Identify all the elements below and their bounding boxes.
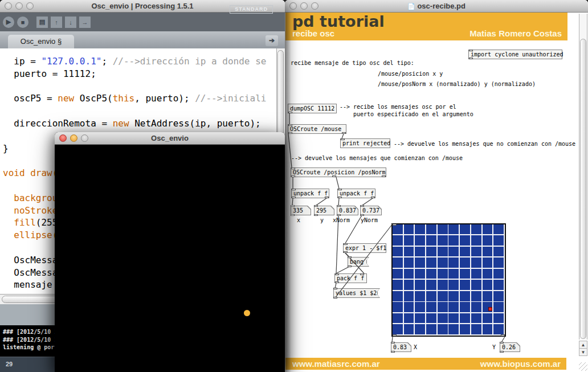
- pd-comment-comment-recibe-tipo: recibe mensaje de tipo osc del tipo:: [291, 59, 414, 67]
- run-button[interactable]: ▶: [3, 17, 14, 28]
- inlet-nub: [348, 256, 352, 258]
- outlet-nub: [291, 214, 295, 216]
- pd-message-values[interactable]: values $1 $2: [333, 288, 380, 298]
- pd-object-unpack-posnorm[interactable]: unpack f f: [337, 189, 375, 198]
- inlet-nub: [469, 50, 473, 51]
- sketch-titlebar[interactable]: Osc_envio: [55, 132, 285, 145]
- tab-osc-envio[interactable]: Osc_envio §: [8, 35, 74, 48]
- pd-canvas: import cyclone unauthorizedrecibe mensaj…: [285, 0, 588, 372]
- pd-object-unpack-posicion[interactable]: unpack f f: [291, 189, 329, 198]
- pd-object-oscroute-mouse[interactable]: OSCroute /mouse: [288, 124, 346, 134]
- save-button[interactable]: ↓: [65, 17, 76, 28]
- pd-atom-number-x[interactable]: 335: [291, 206, 311, 215]
- line-number: 29: [6, 361, 13, 367]
- inlet-nub: [360, 205, 364, 207]
- inlet-nub: [291, 167, 295, 169]
- outlet-nub: [333, 297, 337, 299]
- pd-comment-label-y: y: [320, 216, 324, 224]
- stop-icon: ■: [21, 19, 25, 26]
- sketch-canvas: [55, 145, 285, 372]
- inlet-nub: [341, 138, 345, 140]
- pd-comment-comment-posnorm: /mouse/posNorm x (normalizado) y (normal…: [378, 80, 536, 88]
- outlet-nub: [360, 214, 364, 216]
- inlet-nub: [393, 224, 397, 226]
- tab-menu-arrow-icon[interactable]: ➔: [266, 35, 278, 46]
- pd-atom-number-grid-y[interactable]: 0.26: [500, 342, 520, 352]
- inlet-nub: [333, 288, 337, 289]
- pd-atom-number-y[interactable]: 295: [314, 206, 334, 215]
- pd-object-import-cyclone[interactable]: import cyclone unauthorized: [468, 50, 562, 59]
- pd-comment-label-grid-y: Y: [492, 344, 496, 351]
- outlet-nub: [344, 251, 348, 253]
- inlet-nub: [314, 205, 318, 207]
- pd-message-bang[interactable]: bang: [348, 257, 369, 267]
- pd-comment-label-xnorm: xNorm: [333, 216, 350, 224]
- pd-comment-comment-rejected: --> devuelve los mensajes que no comienz…: [394, 140, 575, 148]
- outlet-nub: [382, 175, 386, 177]
- outlet-nub: [332, 175, 336, 177]
- inlet-nub: [337, 205, 341, 207]
- pd-comment-label-grid-x: X: [414, 344, 417, 351]
- stop-button[interactable]: ■: [17, 17, 28, 28]
- inlet-nub: [292, 189, 296, 190]
- new-icon: ▤: [39, 18, 45, 26]
- code-line: ip = "127.0.0.1"; //-->dirección ip a do…: [3, 55, 266, 68]
- desktop: 📄 osc-recibe.pd pd tutorial recibe osc M…: [0, 0, 588, 372]
- save-icon: ↓: [69, 19, 72, 26]
- pd-atom-number-ynorm[interactable]: 0.737: [360, 206, 382, 215]
- export-button[interactable]: →: [79, 17, 91, 28]
- pd-object-expr[interactable]: expr 1 - $f1: [343, 243, 386, 253]
- open-button[interactable]: ↑: [51, 17, 62, 28]
- code-line: [3, 80, 266, 93]
- inlet-nub: [344, 243, 348, 245]
- outlet-nub: [338, 197, 342, 198]
- scroll-down-button[interactable]: ▼: [579, 348, 587, 356]
- pd-comment-comment-dump-2: puerto especificado en el argumento: [353, 111, 473, 118]
- scroll-up-button[interactable]: ▲: [579, 341, 587, 349]
- outlet-nub: [325, 197, 329, 198]
- processing-toolbar: ▶■▤↑↓→: [0, 13, 285, 31]
- pd-object-pack[interactable]: pack f f: [334, 273, 367, 283]
- outlet-nub: [292, 197, 296, 198]
- code-line: [3, 105, 266, 117]
- pd-comment-label-ynorm: yNorm: [361, 216, 378, 224]
- pd-grid-grid[interactable]: [391, 223, 506, 337]
- outlet-nub: [393, 334, 397, 336]
- outlet-nub: [291, 175, 295, 177]
- resize-grip[interactable]: [579, 362, 587, 371]
- outlet-nub: [371, 197, 375, 198]
- inlet-nub: [338, 189, 342, 190]
- export-icon: →: [82, 19, 88, 26]
- inlet-nub: [291, 205, 295, 207]
- pd-scrollbar-thumb[interactable]: [580, 39, 586, 339]
- outlet-nub: [501, 334, 505, 336]
- inlet-nub: [500, 342, 504, 344]
- outlet-nub: [342, 132, 346, 134]
- tab-bar: Osc_envio § ➔: [0, 31, 285, 48]
- pd-comment-comment-dump-1: --> recibe los mensajes osc por el: [340, 103, 456, 111]
- pd-object-oscroute-posicion[interactable]: OSCroute /posicion /posNorm: [291, 167, 386, 177]
- pd-atom-number-grid-x[interactable]: 0.83: [391, 342, 411, 352]
- inlet-nub: [335, 273, 339, 275]
- sketch-window: Osc_envio: [55, 132, 285, 372]
- pd-footer: www.matiasrc.com.ar www.biopus.com.ar: [285, 358, 566, 370]
- outlet-nub: [335, 281, 339, 283]
- pd-comment-comment-comienzan: --> devuelve los mensajes que comienzan …: [291, 154, 463, 162]
- grid-marker: [488, 307, 492, 311]
- pd-atom-number-xnorm[interactable]: 0.837: [337, 206, 358, 215]
- outlet-nub: [288, 132, 292, 134]
- footer-link-left: www.matiasrc.com.ar: [292, 359, 380, 369]
- outlet-nub: [288, 112, 292, 113]
- pd-vertical-scrollbar[interactable]: [579, 14, 587, 340]
- outlet-nub: [391, 351, 395, 353]
- inlet-nub: [391, 342, 395, 344]
- outlet-nub: [469, 58, 473, 59]
- footer-link-right: www.biopus.com.ar: [480, 359, 561, 369]
- pd-object-dumposc[interactable]: dumpOSC 11112: [288, 104, 337, 113]
- mode-standard-button[interactable]: STANDARD: [230, 5, 273, 14]
- outlet-nub: [337, 214, 341, 216]
- ellipse-dot: [244, 310, 250, 316]
- pd-object-print-rejected[interactable]: print rejected: [340, 138, 390, 148]
- new-button[interactable]: ▤: [36, 17, 48, 28]
- run-icon: ▶: [6, 18, 11, 26]
